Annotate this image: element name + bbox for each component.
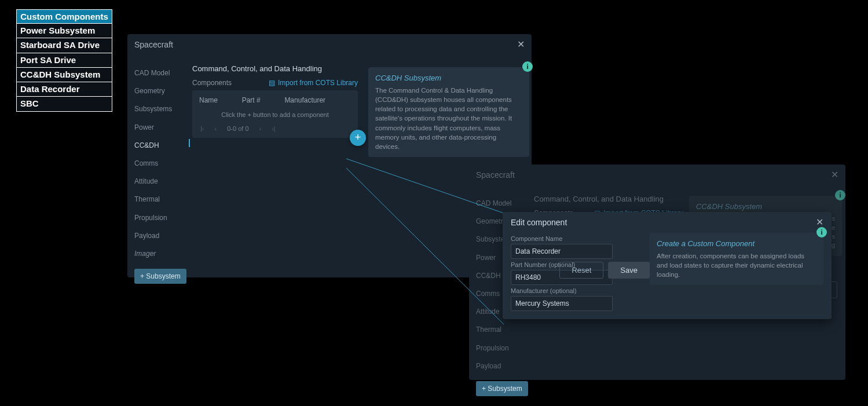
col-part: Part # <box>242 96 285 104</box>
table-empty-msg: Click the + button to add a component <box>192 108 358 124</box>
pager-last-icon[interactable]: ›| <box>272 125 276 132</box>
panel1-main: Command, Control, and Data Handling Comp… <box>192 62 358 138</box>
add-subsystem-button[interactable]: + Subsystem <box>476 381 528 396</box>
pager-range: 0-0 of 0 <box>227 125 248 132</box>
nav-thermal[interactable]: Thermal <box>476 321 528 339</box>
panel-title: Spacecraft <box>476 170 515 180</box>
save-button[interactable]: Save <box>608 262 650 279</box>
nav-geometry[interactable]: Geometry <box>134 82 186 100</box>
pager-prev-icon[interactable]: ‹ <box>215 125 217 132</box>
panel-title: Spacecraft <box>134 40 173 49</box>
nav-payload[interactable]: Payload <box>476 357 528 375</box>
close-icon[interactable]: ✕ <box>831 170 838 180</box>
list-item[interactable]: Data Recorder <box>17 82 112 97</box>
callout-title: Create a Custom Component <box>657 239 816 249</box>
nav-cad-model[interactable]: CAD Model <box>134 64 186 82</box>
component-name-label: Component Name <box>511 235 614 242</box>
panel1-sidebar: CAD Model Geometry Subsystems Power CC&D… <box>134 64 186 284</box>
import-label: Import from COTS Library <box>278 79 358 87</box>
list-item[interactable]: SBC <box>17 97 112 111</box>
info-icon[interactable]: i <box>835 190 845 200</box>
nav-power[interactable]: Power <box>134 119 186 137</box>
list-item[interactable]: CC&DH Subsystem <box>17 68 112 82</box>
list-item[interactable]: Starboard SA Drive <box>17 38 112 53</box>
add-subsystem-button[interactable]: + Subsystem <box>134 269 186 284</box>
info-icon[interactable]: i <box>522 61 533 72</box>
nav-propulsion[interactable]: Propulsion <box>476 339 528 357</box>
nav-comms[interactable]: Comms <box>134 155 186 173</box>
nav-imager[interactable]: Imager <box>134 245 186 263</box>
custom-components-header: Custom Components <box>17 10 112 24</box>
components-table: Name Part # Manufacturer Click the + but… <box>192 90 358 138</box>
info-icon[interactable]: i <box>816 227 827 237</box>
list-item[interactable]: Port SA Drive <box>17 53 112 68</box>
manufacturer-label: Manufacturer (optional) <box>511 287 614 294</box>
library-icon: ▤ <box>269 79 275 87</box>
list-item[interactable]: Power Subsystem <box>17 24 112 38</box>
ccdh-callout: i CC&DH Subsystem The Command Control & … <box>368 67 529 157</box>
col-manufacturer: Manufacturer <box>284 96 351 104</box>
manufacturer-input[interactable] <box>511 296 613 311</box>
pager-first-icon[interactable]: |‹ <box>200 125 204 132</box>
section-title: Command, Control, and Data Handling <box>534 195 683 203</box>
custom-components-list: Custom Components Power Subsystem Starbo… <box>16 9 112 112</box>
nav-ccdh[interactable]: CC&DH <box>134 137 186 155</box>
reset-button[interactable]: Reset <box>559 262 603 279</box>
nav-subsystems[interactable]: Subsystems <box>134 100 186 118</box>
nav-attitude[interactable]: Attitude <box>134 173 186 191</box>
callout-title: CC&DH Subsystem <box>375 73 522 83</box>
section-title: Command, Control, and Data Handling <box>192 64 358 73</box>
callout-body: After creation, components can be assign… <box>657 251 816 279</box>
edit-component-modal: Edit component ✕ Component Name Part Num… <box>503 212 832 319</box>
close-icon[interactable]: ✕ <box>816 218 823 227</box>
close-icon[interactable]: ✕ <box>517 40 525 49</box>
col-name: Name <box>199 96 242 104</box>
create-component-callout: i Create a Custom Component After creati… <box>650 233 823 285</box>
add-component-fab[interactable]: + <box>350 130 366 146</box>
modal-title: Edit component <box>511 218 567 227</box>
nav-thermal[interactable]: Thermal <box>134 191 186 209</box>
callout-body: The Command Control & Data Handling (CCD… <box>375 86 522 151</box>
nav-payload[interactable]: Payload <box>134 227 186 245</box>
import-cots-link[interactable]: ▤ Import from COTS Library <box>269 79 358 87</box>
pager-next-icon[interactable]: › <box>259 125 262 132</box>
table-pager: |‹ ‹ 0-0 of 0 › ›| <box>192 124 358 133</box>
nav-cad-model[interactable]: CAD Model <box>476 195 528 213</box>
components-label: Components <box>192 79 232 87</box>
callout-title: CC&DH Subsystem <box>696 202 835 212</box>
nav-propulsion[interactable]: Propulsion <box>134 209 186 227</box>
component-name-input[interactable] <box>511 244 613 259</box>
